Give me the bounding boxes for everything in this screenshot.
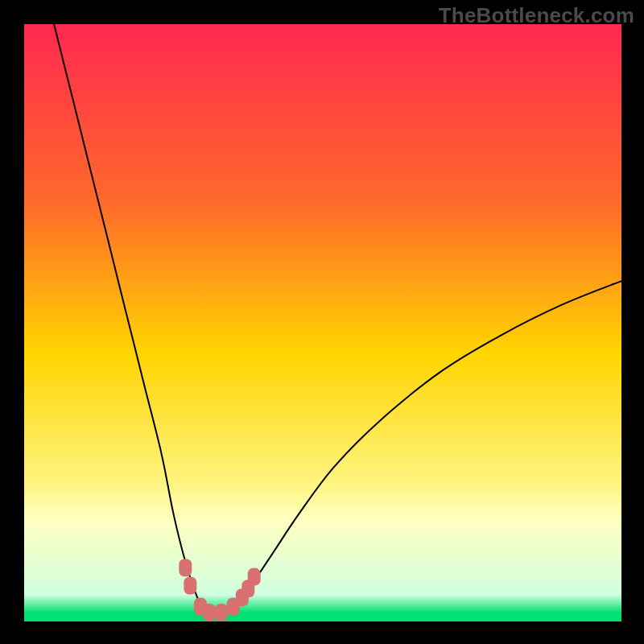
plot-area [24, 24, 621, 621]
curve-marker [184, 577, 196, 595]
curve-layer [24, 24, 621, 621]
curve-marker [248, 568, 261, 585]
curve-marker [203, 604, 216, 621]
marker-group [179, 559, 260, 621]
curve-marker [179, 559, 192, 576]
watermark-text: TheBottleneck.com [439, 3, 634, 28]
chart-frame: TheBottleneck.com [0, 0, 644, 644]
curve-marker [215, 604, 228, 621]
bottleneck-curve [54, 24, 621, 614]
